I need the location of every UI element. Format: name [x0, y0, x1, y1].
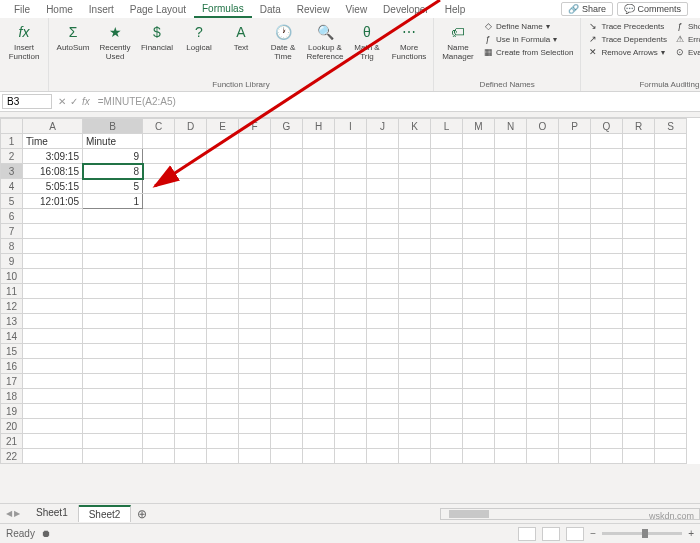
cell-L4[interactable] [431, 179, 463, 194]
trace-dependents-button[interactable]: ↗Trace Dependents [585, 33, 670, 45]
cell-N3[interactable] [495, 164, 527, 179]
cell-L12[interactable] [431, 299, 463, 314]
cell-S1[interactable] [655, 134, 687, 149]
cell-E17[interactable] [207, 374, 239, 389]
cell-P2[interactable] [559, 149, 591, 164]
cell-K5[interactable] [399, 194, 431, 209]
cell-D12[interactable] [175, 299, 207, 314]
page-break-view-button[interactable] [566, 527, 584, 541]
cell-Q12[interactable] [591, 299, 623, 314]
row-header-2[interactable]: 2 [1, 149, 23, 164]
cell-C16[interactable] [143, 359, 175, 374]
cell-B14[interactable] [83, 329, 143, 344]
cell-M4[interactable] [463, 179, 495, 194]
cell-Q13[interactable] [591, 314, 623, 329]
cell-J17[interactable] [367, 374, 399, 389]
cell-J8[interactable] [367, 239, 399, 254]
cell-C11[interactable] [143, 284, 175, 299]
cell-A1[interactable]: Time [23, 134, 83, 149]
cell-H6[interactable] [303, 209, 335, 224]
cell-I3[interactable] [335, 164, 367, 179]
cell-I15[interactable] [335, 344, 367, 359]
cell-I17[interactable] [335, 374, 367, 389]
cell-E1[interactable] [207, 134, 239, 149]
cell-B4[interactable]: 5 [83, 179, 143, 194]
cell-H17[interactable] [303, 374, 335, 389]
cell-D11[interactable] [175, 284, 207, 299]
cell-I6[interactable] [335, 209, 367, 224]
cell-H3[interactable] [303, 164, 335, 179]
cell-P5[interactable] [559, 194, 591, 209]
cell-J7[interactable] [367, 224, 399, 239]
col-header-C[interactable]: C [143, 119, 175, 134]
row-header-17[interactable]: 17 [1, 374, 23, 389]
cell-N9[interactable] [495, 254, 527, 269]
show-formulas-button[interactable]: ƒShow Formulas [672, 20, 700, 32]
cell-C9[interactable] [143, 254, 175, 269]
cell-B16[interactable] [83, 359, 143, 374]
cell-A12[interactable] [23, 299, 83, 314]
cell-A9[interactable] [23, 254, 83, 269]
cell-E16[interactable] [207, 359, 239, 374]
cell-C2[interactable] [143, 149, 175, 164]
col-header-I[interactable]: I [335, 119, 367, 134]
cell-H1[interactable] [303, 134, 335, 149]
tab-view[interactable]: View [338, 2, 376, 17]
cell-B7[interactable] [83, 224, 143, 239]
cell-J5[interactable] [367, 194, 399, 209]
cell-D15[interactable] [175, 344, 207, 359]
cell-R12[interactable] [623, 299, 655, 314]
cell-S19[interactable] [655, 404, 687, 419]
cell-H12[interactable] [303, 299, 335, 314]
cell-I16[interactable] [335, 359, 367, 374]
cell-G8[interactable] [271, 239, 303, 254]
cell-R14[interactable] [623, 329, 655, 344]
cell-E11[interactable] [207, 284, 239, 299]
cell-F10[interactable] [239, 269, 271, 284]
cell-F16[interactable] [239, 359, 271, 374]
row-header-5[interactable]: 5 [1, 194, 23, 209]
cell-A4[interactable]: 5:05:15 [23, 179, 83, 194]
cell-B22[interactable] [83, 449, 143, 464]
cell-Q16[interactable] [591, 359, 623, 374]
cell-S5[interactable] [655, 194, 687, 209]
comments-button[interactable]: 💬 Comments [617, 2, 688, 16]
cell-I4[interactable] [335, 179, 367, 194]
cell-B19[interactable] [83, 404, 143, 419]
col-header-M[interactable]: M [463, 119, 495, 134]
cell-P15[interactable] [559, 344, 591, 359]
cell-G2[interactable] [271, 149, 303, 164]
cell-K20[interactable] [399, 419, 431, 434]
cell-S9[interactable] [655, 254, 687, 269]
cell-E3[interactable] [207, 164, 239, 179]
cell-P12[interactable] [559, 299, 591, 314]
cell-F1[interactable] [239, 134, 271, 149]
cell-A22[interactable] [23, 449, 83, 464]
cell-B13[interactable] [83, 314, 143, 329]
text-button[interactable]: AText [221, 20, 261, 55]
cell-J18[interactable] [367, 389, 399, 404]
tab-home[interactable]: Home [38, 2, 81, 17]
row-header-22[interactable]: 22 [1, 449, 23, 464]
cell-I21[interactable] [335, 434, 367, 449]
cell-C14[interactable] [143, 329, 175, 344]
cell-P7[interactable] [559, 224, 591, 239]
cell-C13[interactable] [143, 314, 175, 329]
cell-F22[interactable] [239, 449, 271, 464]
cell-I14[interactable] [335, 329, 367, 344]
cell-R13[interactable] [623, 314, 655, 329]
cell-Q1[interactable] [591, 134, 623, 149]
cell-O13[interactable] [527, 314, 559, 329]
cell-G20[interactable] [271, 419, 303, 434]
cell-M18[interactable] [463, 389, 495, 404]
cell-R6[interactable] [623, 209, 655, 224]
cell-O8[interactable] [527, 239, 559, 254]
cell-E15[interactable] [207, 344, 239, 359]
cell-S22[interactable] [655, 449, 687, 464]
cell-G13[interactable] [271, 314, 303, 329]
col-header-N[interactable]: N [495, 119, 527, 134]
cell-R8[interactable] [623, 239, 655, 254]
cell-Q4[interactable] [591, 179, 623, 194]
cell-E13[interactable] [207, 314, 239, 329]
cell-E22[interactable] [207, 449, 239, 464]
